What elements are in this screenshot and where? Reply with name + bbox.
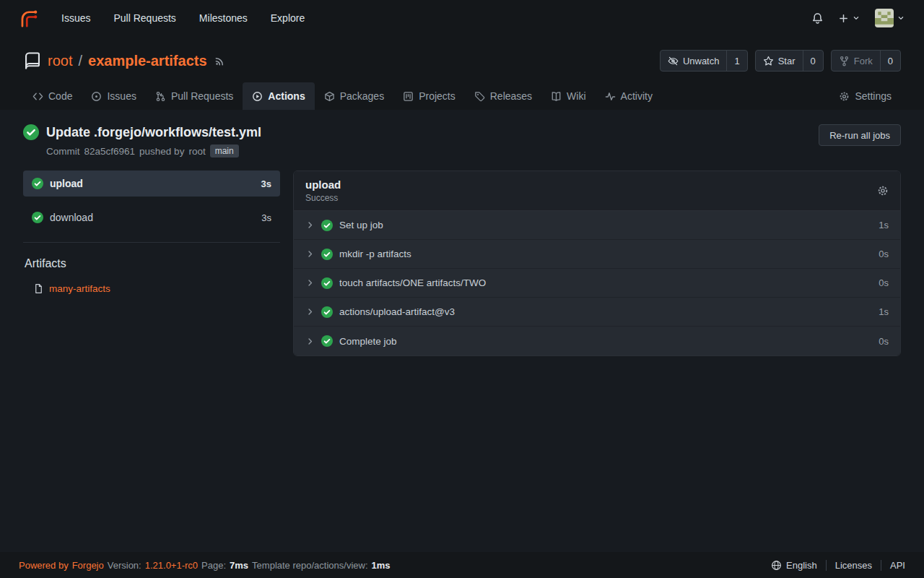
step-name: Complete job (339, 336, 397, 347)
forgejo-logo[interactable] (19, 9, 38, 28)
commit-sha-link[interactable]: 82a5cf6961 (84, 146, 136, 157)
user-menu[interactable] (875, 9, 905, 27)
artifact-link-many-artifacts[interactable]: many-artifacts (33, 283, 280, 294)
tab-code[interactable]: Code (23, 82, 82, 110)
template-time-value: 1ms (372, 560, 391, 571)
top-navbar: Issues Pull Requests Milestones Explore (0, 0, 924, 36)
bell-icon (811, 12, 824, 25)
step-row-set-up-job[interactable]: Set up job 1s (294, 211, 900, 240)
fork-button[interactable]: Fork (832, 51, 880, 71)
tab-releases[interactable]: Releases (465, 82, 541, 110)
step-success-icon (321, 220, 333, 231)
api-link[interactable]: API (881, 560, 905, 571)
licenses-link[interactable]: Licenses (826, 560, 881, 571)
plus-icon (838, 13, 849, 24)
repo-action-buttons: Unwatch 1 Star 0 Fork 0 (660, 50, 901, 72)
tab-settings[interactable]: Settings (829, 82, 901, 110)
job-item-download[interactable]: download 3s (23, 204, 280, 230)
star-button[interactable]: Star (756, 51, 803, 71)
version-link[interactable]: 1.21.0+1-rc0 (145, 560, 198, 571)
fork-button-group: Fork 0 (831, 50, 901, 72)
tab-label: Activity (621, 90, 653, 102)
job-detail-header: upload Success (294, 171, 900, 211)
tab-packages[interactable]: Packages (315, 82, 393, 110)
step-success-icon (321, 249, 333, 260)
star-icon (763, 56, 774, 66)
stars-count[interactable]: 0 (803, 51, 823, 71)
commit-label: Commit (46, 146, 80, 157)
forks-count[interactable]: 0 (880, 51, 900, 71)
template-time-label: Template repo/actions/view: (252, 560, 367, 571)
package-icon (324, 91, 335, 102)
step-duration: 0s (879, 249, 889, 259)
watchers-count[interactable]: 1 (726, 51, 746, 71)
branch-badge[interactable]: main (210, 144, 239, 158)
nav-issues[interactable]: Issues (53, 8, 99, 28)
step-name: touch artifacts/ONE artifacts/TWO (339, 277, 486, 288)
create-new-dropdown[interactable] (838, 13, 860, 24)
artifacts-heading: Artifacts (25, 257, 280, 270)
step-duration: 0s (879, 277, 889, 288)
gear-icon (839, 91, 850, 102)
run-success-icon (23, 124, 39, 140)
unwatch-button[interactable]: Unwatch (661, 51, 727, 71)
step-name: actions/upload-artifact@v3 (339, 306, 455, 317)
actions-run-page: Update .forgejo/workflows/test.yml Commi… (0, 110, 924, 552)
repo-tabs: Code Issues Pull Requests Actions Packag… (0, 82, 924, 110)
nav-milestones[interactable]: Milestones (191, 8, 256, 28)
language-picker[interactable]: English (762, 560, 826, 571)
chevron-right-icon (305, 220, 315, 230)
step-success-icon (321, 306, 333, 318)
tag-icon (474, 91, 485, 102)
step-row-mkdir[interactable]: mkdir -p artifacts 0s (294, 240, 900, 269)
run-header: Update .forgejo/workflows/test.yml Commi… (23, 124, 901, 158)
code-icon (32, 91, 43, 102)
repo-owner-link[interactable]: root (48, 53, 72, 69)
chevron-right-icon (305, 337, 315, 346)
pull-request-icon (155, 91, 166, 102)
nav-pull-requests[interactable]: Pull Requests (105, 8, 184, 28)
rerun-all-jobs-button[interactable]: Re-run all jobs (819, 124, 901, 146)
project-board-icon (403, 91, 414, 102)
footer-links: English Licenses API (762, 560, 905, 571)
repo-name-link[interactable]: example-artifacts (88, 53, 207, 69)
job-duration: 3s (261, 178, 271, 189)
sidebar-divider (23, 242, 280, 243)
pusher-link[interactable]: root (188, 146, 205, 157)
forgejo-link[interactable]: Forgejo (72, 560, 104, 571)
tab-label: Wiki (567, 90, 585, 102)
version-label: Version: (108, 560, 141, 571)
step-name: mkdir -p artifacts (339, 249, 411, 259)
job-detail-title: upload (305, 178, 341, 191)
job-item-upload[interactable]: upload 3s (23, 171, 280, 197)
tab-label: Packages (340, 90, 384, 102)
step-duration: 1s (879, 306, 889, 317)
powered-by-label: Powered by (19, 560, 69, 571)
repo-header: root / example-artifacts Unwatch 1 Sta (0, 36, 924, 110)
nav-explore[interactable]: Explore (262, 8, 313, 28)
tab-projects[interactable]: Projects (393, 82, 465, 110)
job-success-icon (32, 178, 43, 189)
job-options-button[interactable] (877, 185, 889, 197)
step-duration: 1s (879, 220, 889, 230)
chevron-down-icon (897, 14, 905, 22)
main-nav: Issues Pull Requests Milestones Explore (53, 8, 313, 28)
rss-icon[interactable] (214, 56, 225, 66)
tab-actions[interactable]: Actions (243, 82, 314, 110)
tab-issues[interactable]: Issues (82, 82, 145, 110)
gear-icon (877, 185, 889, 197)
step-name: Set up job (339, 220, 383, 230)
notifications-button[interactable] (811, 12, 824, 25)
step-row-upload-artifact[interactable]: actions/upload-artifact@v3 1s (294, 298, 900, 327)
book-icon (551, 91, 562, 102)
tab-label: Code (48, 90, 72, 102)
tab-label: Releases (490, 90, 532, 102)
tab-activity[interactable]: Activity (596, 82, 662, 110)
tab-wiki[interactable]: Wiki (541, 82, 595, 110)
job-detail-status: Success (305, 193, 341, 203)
step-row-complete-job[interactable]: Complete job 0s (294, 327, 900, 355)
play-circle-icon (252, 91, 263, 102)
jobs-sidebar: upload 3s download 3s Artifacts many-art… (23, 171, 280, 294)
tab-pull-requests[interactable]: Pull Requests (146, 82, 243, 110)
step-row-touch-artifacts[interactable]: touch artifacts/ONE artifacts/TWO 0s (294, 269, 900, 298)
